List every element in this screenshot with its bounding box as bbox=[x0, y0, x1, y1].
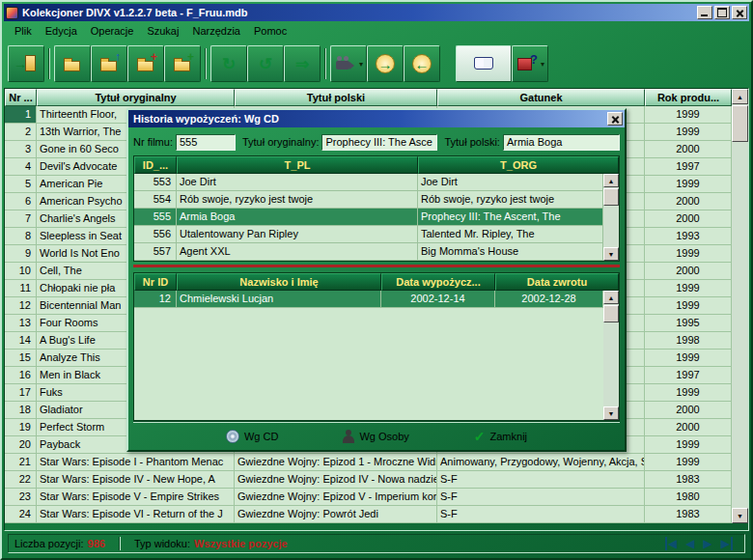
close-button[interactable] bbox=[732, 6, 747, 19]
column-header-tpl[interactable]: T_PL bbox=[177, 156, 418, 174]
nav-last-button[interactable]: ▶ bbox=[721, 537, 733, 550]
column-header-polish-title[interactable]: Tytuł polski bbox=[235, 89, 437, 106]
nav-next-button[interactable]: ▶ bbox=[704, 537, 712, 550]
dialog-close-button[interactable] bbox=[607, 112, 623, 126]
original-title-field[interactable]: Prophecy III: The Asce bbox=[321, 134, 437, 151]
video-tools-button[interactable]: ▾ bbox=[330, 45, 367, 82]
column-header-year[interactable]: Rok produ... bbox=[645, 89, 732, 106]
film-row[interactable]: 553 Joe Dirt Joe Dirt bbox=[134, 174, 603, 191]
cell-original-title: Prophecy III: The Ascent, The bbox=[418, 209, 603, 226]
scroll-track[interactable] bbox=[603, 304, 619, 406]
add-position-button[interactable]: + bbox=[127, 45, 164, 82]
cell-year: 2000 bbox=[645, 193, 732, 210]
cell-year: 1998 bbox=[645, 332, 732, 350]
table-row[interactable]: 23 Star Wars: Episode V - Empire Strikes… bbox=[5, 489, 732, 506]
scroll-track[interactable] bbox=[732, 104, 748, 508]
help-button[interactable]: ? ▾ bbox=[512, 45, 548, 82]
film-row[interactable]: 554 Rób swoje, ryzyko jest twoje Rób swo… bbox=[134, 191, 603, 209]
film-row[interactable]: 555 Armia Boga Prophecy III: The Ascent,… bbox=[134, 209, 603, 226]
update-button[interactable]: ↺ bbox=[247, 45, 284, 82]
app-window: Kolekcjoner DIVX v1.2.2.7 beta - F_Fruu.… bbox=[0, 0, 753, 560]
open-catalog-button[interactable] bbox=[54, 45, 91, 82]
cell-nr: 7 bbox=[5, 210, 37, 228]
column-header-genre[interactable]: Gatunek bbox=[437, 89, 645, 106]
cell-polish-title: Gwiezdne Wojny: Epizod 1 - Mroczne Widmo bbox=[235, 454, 437, 471]
table-header-row: Nr ... Tytuł oryginalny Tytuł polski Gat… bbox=[5, 89, 732, 106]
menu-item[interactable]: Plik bbox=[8, 23, 39, 39]
scroll-down-button[interactable]: ▼ bbox=[603, 247, 619, 261]
cell-year: 1999 bbox=[645, 297, 732, 315]
column-header-date-out[interactable]: Data wypożycz... bbox=[381, 273, 495, 291]
scroll-track[interactable] bbox=[603, 187, 619, 247]
minimize-button[interactable] bbox=[697, 6, 712, 19]
cell-year: 1983 bbox=[645, 471, 732, 489]
menu-item[interactable]: Narzędzia bbox=[185, 23, 247, 39]
column-header-torg[interactable]: T_ORG bbox=[418, 156, 619, 174]
film-number-label: Nr filmu: bbox=[133, 136, 173, 148]
menu-item[interactable]: Pomoc bbox=[247, 23, 293, 39]
lend-button[interactable]: → bbox=[367, 45, 404, 82]
window-title: Kolekcjoner DIVX v1.2.2.7 beta - F_Fruu.… bbox=[22, 7, 695, 18]
transfer-button[interactable]: ⇒ bbox=[284, 45, 321, 82]
menu-item[interactable]: Operacje bbox=[84, 23, 141, 39]
scroll-thumb[interactable] bbox=[603, 305, 619, 322]
toolbar: → ↑ + + ↻ ↺ ⇒ ▾ → bbox=[4, 40, 749, 88]
film-row[interactable]: 556 Utalentowany Pan Ripley Talented Mr.… bbox=[134, 226, 603, 243]
films-grid-scrollbar[interactable]: ▲ ▼ bbox=[603, 174, 619, 261]
table-row[interactable]: 24 Star Wars: Episode VI - Return of the… bbox=[5, 506, 732, 523]
wg-osoby-label: Wg Osoby bbox=[359, 431, 408, 442]
cell-year: 1999 bbox=[645, 384, 732, 402]
films-grid: ID_... T_PL T_ORG 553 Joe Dirt Joe Dirt … bbox=[133, 155, 620, 262]
column-header-name[interactable]: Nazwisko i Imię bbox=[177, 273, 381, 291]
save-catalog-button[interactable]: ↑ bbox=[91, 45, 127, 82]
nav-first-button[interactable]: ◀ bbox=[665, 537, 677, 550]
table-row[interactable]: 22 Star Wars: Episode IV - New Hope, A G… bbox=[5, 471, 732, 489]
scroll-thumb[interactable] bbox=[732, 105, 748, 142]
borrowers-grid-body: 12 Chmielewski Lucjan 2002-12-14 2002-12… bbox=[134, 291, 603, 420]
cell-original-title: Star Wars: Episode V - Empire Strikes bbox=[37, 489, 235, 506]
cell-nr: 20 bbox=[5, 436, 37, 454]
borrower-row[interactable]: 12 Chmielewski Lucjan 2002-12-14 2002-12… bbox=[134, 291, 603, 308]
menu-item[interactable]: Szukaj bbox=[140, 23, 185, 39]
film-number-field[interactable]: 555 bbox=[176, 134, 236, 151]
borrowers-grid-scrollbar[interactable]: ▲ ▼ bbox=[603, 291, 619, 420]
arrow-up-icon: ▲ bbox=[608, 294, 615, 301]
title-bar: Kolekcjoner DIVX v1.2.2.7 beta - F_Fruu.… bbox=[4, 4, 749, 21]
scroll-up-button[interactable]: ▲ bbox=[603, 291, 619, 304]
wg-cd-button[interactable]: Wg CD bbox=[220, 427, 284, 446]
cell-nr: 8 bbox=[5, 228, 37, 245]
borrowers-grid: Nr ID Nazwisko i Imię Data wypożycz... D… bbox=[133, 272, 620, 421]
scroll-down-button[interactable]: ▼ bbox=[603, 406, 619, 420]
add-cd-button[interactable]: + bbox=[164, 45, 201, 82]
return-button[interactable]: ← bbox=[404, 45, 440, 82]
wg-cd-label: Wg CD bbox=[244, 431, 278, 442]
column-header-original-title[interactable]: Tytuł oryginalny bbox=[37, 89, 235, 106]
film-row[interactable]: 557 Agent XXL Big Momma's House bbox=[134, 243, 603, 261]
scroll-up-button[interactable]: ▲ bbox=[603, 174, 619, 187]
maximize-button[interactable] bbox=[714, 6, 730, 19]
menu-item[interactable]: Edycja bbox=[39, 23, 84, 39]
scroll-thumb[interactable] bbox=[603, 188, 619, 206]
book-icon bbox=[472, 52, 495, 75]
scroll-up-button[interactable]: ▲ bbox=[732, 89, 748, 104]
table-row[interactable]: 21 Star Wars: Episode I - Phantom Menac … bbox=[5, 454, 732, 471]
dialog-title-bar[interactable]: Historia wypożyczeń: Wg CD bbox=[128, 110, 625, 127]
cell-id: 553 bbox=[134, 174, 177, 191]
scroll-down-button[interactable]: ▼ bbox=[732, 508, 748, 523]
cell-nr: 22 bbox=[5, 471, 37, 489]
wg-osoby-button[interactable]: Wg Osoby bbox=[337, 427, 414, 446]
cell-polish-title: Armia Boga bbox=[177, 209, 418, 226]
zamknij-button[interactable]: ✓ Zamknij bbox=[468, 426, 533, 447]
column-header-date-back[interactable]: Data zwrotu bbox=[495, 273, 619, 291]
exit-button[interactable]: → bbox=[8, 45, 44, 82]
cell-nr: 19 bbox=[5, 419, 37, 436]
status-bar: Liczba pozycji: 986 Typ widoku: Wszystki… bbox=[4, 531, 749, 556]
refresh-button[interactable]: ↻ bbox=[210, 45, 247, 82]
column-header-nr[interactable]: Nr ... bbox=[5, 89, 37, 106]
column-header-id[interactable]: ID_... bbox=[134, 156, 177, 174]
browse-catalog-button[interactable] bbox=[456, 45, 512, 82]
polish-title-field[interactable]: Armia Boga bbox=[503, 134, 620, 151]
nav-prev-button[interactable]: ◀ bbox=[685, 537, 694, 550]
column-header-nr-id[interactable]: Nr ID bbox=[134, 273, 177, 291]
vertical-scrollbar[interactable]: ▲ ▼ bbox=[732, 89, 748, 523]
